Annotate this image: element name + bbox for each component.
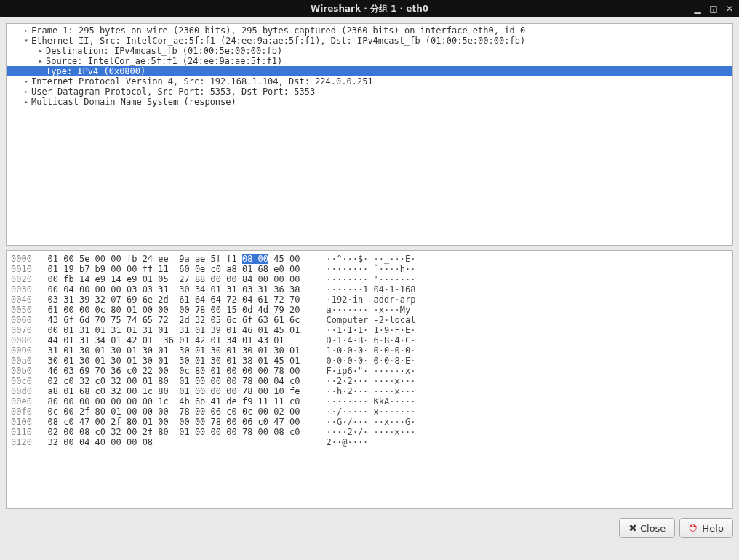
window-controls: ▁ ◱ ✕: [692, 0, 735, 17]
close-button-label: Close: [640, 523, 666, 534]
hex-offset: 0080: [11, 335, 32, 345]
hex-offset: 0030: [11, 284, 32, 295]
hex-row[interactable]: 00f0 0c 00 2f 80 01 00 00 00 78 00 06 c0…: [11, 407, 728, 417]
hex-bytes: 08 c0 47 00 2f 80 01 00 00 00 78 00 06 c…: [48, 417, 311, 427]
hex-row[interactable]: 0050 61 00 00 0c 80 01 00 00 00 78 00 15…: [11, 305, 728, 315]
hex-offset: 0050: [11, 305, 32, 315]
close-button[interactable]: ✖ Close: [619, 518, 675, 538]
tree-row-text: Ethernet II, Src: IntelCor_ae:5f:f1 (24:…: [31, 36, 525, 46]
tree-row[interactable]: ▸User Datagram Protocol, Src Port: 5353,…: [7, 87, 732, 97]
tree-row-text: Destination: IPv4mcast_fb (01:00:5e:00:0…: [46, 46, 282, 56]
expand-arrow-icon[interactable]: ▸: [36, 46, 46, 56]
hex-bytes: 00 01 31 01 31 01 31 01 31 01 39 01 46 0…: [48, 325, 311, 335]
hex-row[interactable]: 0040 03 31 39 32 07 69 6e 2d 61 64 64 72…: [11, 295, 728, 305]
hex-offset: 0100: [11, 417, 32, 427]
hex-row[interactable]: 0010 01 19 b7 b9 00 00 ff 11 60 0e c0 a8…: [11, 264, 728, 274]
hex-bytes: 61 00 00 0c 80 01 00 00 00 78 00 15 0d 4…: [48, 305, 311, 315]
hex-row[interactable]: 0070 00 01 31 01 31 01 31 01 31 01 39 01…: [11, 325, 728, 335]
hex-offset: 0020: [11, 274, 32, 284]
hex-offset: 0070: [11, 325, 32, 335]
hex-highlight: 08 00: [242, 254, 268, 264]
hex-ascii: F·ip6·"· ······x·: [327, 366, 416, 376]
hex-row[interactable]: 00a0 30 01 30 01 30 01 30 01 30 01 30 01…: [11, 356, 728, 366]
packet-bytes-hex[interactable]: 0000 01 00 5e 00 00 fb 24 ee 9a ae 5f f1…: [6, 250, 733, 509]
hex-ascii: ··1·1·1· 1·9·F·E·: [327, 325, 416, 335]
hex-offset: 0090: [11, 345, 32, 356]
hex-ascii: ··^···$· ··_···E·: [327, 254, 416, 264]
hex-ascii: 1·0·0·0· 0·0·0·0·: [327, 345, 416, 356]
packet-details-tree[interactable]: ▸Frame 1: 295 bytes on wire (2360 bits),…: [6, 23, 733, 246]
tree-row[interactable]: Type: IPv4 (0x0800): [7, 66, 732, 76]
tree-row[interactable]: ▾Ethernet II, Src: IntelCor_ae:5f:f1 (24…: [7, 36, 732, 46]
hex-row[interactable]: 00c0 02 c0 32 c0 32 00 01 80 01 00 00 00…: [11, 376, 728, 386]
hex-offset: 00f0: [11, 407, 32, 417]
expand-arrow-icon[interactable]: ▸: [21, 97, 31, 107]
hex-offset: 00b0: [11, 366, 32, 376]
hex-ascii: D·1·4·B· 6·B·4·C·: [327, 335, 416, 345]
window-title: Wireshark · 分组 1 · eth0: [311, 3, 428, 15]
hex-offset: 0000: [11, 254, 32, 264]
hex-bytes: 0c 00 2f 80 01 00 00 00 78 00 06 c0 0c 0…: [48, 407, 311, 417]
hex-ascii: ··G·/··· ··x···G·: [327, 417, 416, 427]
hex-row[interactable]: 0110 02 00 08 c0 32 00 2f 80 01 00 00 00…: [11, 427, 728, 437]
hex-bytes: 46 03 69 70 36 c0 22 00 0c 80 01 00 00 0…: [48, 366, 311, 376]
hex-row[interactable]: 00b0 46 03 69 70 36 c0 22 00 0c 80 01 00…: [11, 366, 728, 376]
hex-bytes: 00 04 00 00 00 03 03 31 30 34 01 31 03 3…: [48, 284, 311, 295]
expand-arrow-icon[interactable]: ▾: [21, 36, 31, 46]
tree-row[interactable]: ▸Destination: IPv4mcast_fb (01:00:5e:00:…: [7, 46, 732, 56]
hex-ascii: a······· ·x···My: [327, 305, 416, 315]
minimize-button[interactable]: ▁: [692, 4, 703, 14]
help-icon: ⛑: [689, 522, 699, 534]
hex-bytes: 02 c0 32 c0 32 00 01 80 01 00 00 00 78 0…: [48, 376, 311, 386]
tree-row-text: Multicast Domain Name System (response): [31, 97, 236, 107]
hex-offset: 0110: [11, 427, 32, 437]
expand-arrow-icon[interactable]: ▸: [36, 56, 46, 66]
hex-bytes: 44 01 31 34 01 42 01 36 01 42 01 34 01 4…: [48, 335, 311, 345]
button-bar: ✖ Close ⛑ Help: [6, 513, 733, 538]
tree-row-text: Internet Protocol Version 4, Src: 192.16…: [31, 76, 373, 87]
close-window-button[interactable]: ✕: [724, 4, 735, 14]
hex-bytes: 02 00 08 c0 32 00 2f 80 01 00 00 00 78 0…: [48, 427, 311, 437]
tree-row[interactable]: ▸Multicast Domain Name System (response): [7, 97, 732, 107]
expand-arrow-icon[interactable]: ▸: [21, 87, 31, 97]
hex-ascii: ····2·/· ····x···: [327, 427, 416, 437]
hex-ascii: ········ '·······: [327, 274, 416, 284]
hex-ascii: ··h·2··· ····x···: [327, 386, 416, 396]
help-button-label: Help: [702, 523, 724, 534]
tree-row[interactable]: ▸Internet Protocol Version 4, Src: 192.1…: [7, 76, 732, 87]
hex-ascii: 0·0·0·0· 0·0·8·E·: [327, 356, 416, 366]
hex-ascii: ·······1 04·1·168: [327, 284, 416, 295]
expand-arrow-icon[interactable]: ▸: [21, 76, 31, 87]
hex-bytes: 43 6f 6d 70 75 74 65 72 2d 32 05 6c 6f 6…: [48, 315, 311, 325]
maximize-button[interactable]: ◱: [708, 4, 719, 14]
hex-bytes: 01 00 5e 00 00 fb 24 ee 9a ae 5f f1 08 0…: [48, 254, 311, 264]
tree-row-text: User Datagram Protocol, Src Port: 5353, …: [31, 87, 315, 97]
tree-row[interactable]: ▸Frame 1: 295 bytes on wire (2360 bits),…: [7, 25, 732, 36]
titlebar: Wireshark · 分组 1 · eth0 ▁ ◱ ✕: [0, 0, 739, 17]
hex-bytes: a8 01 68 c0 32 00 1c 80 01 00 00 00 78 0…: [48, 386, 311, 396]
hex-bytes: 31 01 30 01 30 01 30 01 30 01 30 01 30 0…: [48, 345, 311, 356]
expand-arrow-icon[interactable]: ▸: [21, 25, 31, 36]
hex-row[interactable]: 0030 00 04 00 00 00 03 03 31 30 34 01 31…: [11, 284, 728, 295]
hex-row[interactable]: 00d0 a8 01 68 c0 32 00 1c 80 01 00 00 00…: [11, 386, 728, 396]
hex-offset: 0010: [11, 264, 32, 274]
hex-row[interactable]: 00e0 80 00 00 00 00 00 00 1c 4b 6b 41 de…: [11, 396, 728, 407]
hex-ascii: Computer -2·local: [327, 315, 416, 325]
hex-row[interactable]: 0080 44 01 31 34 01 42 01 36 01 42 01 34…: [11, 335, 728, 345]
help-button[interactable]: ⛑ Help: [679, 518, 733, 538]
hex-offset: 00c0: [11, 376, 32, 386]
hex-bytes: 32 00 04 40 00 00 08: [48, 437, 311, 447]
hex-row[interactable]: 0100 08 c0 47 00 2f 80 01 00 00 00 78 00…: [11, 417, 728, 427]
tree-row[interactable]: ▸Source: IntelCor_ae:5f:f1 (24:ee:9a:ae:…: [7, 56, 732, 66]
hex-row[interactable]: 0020 00 fb 14 e9 14 e9 01 05 27 88 00 00…: [11, 274, 728, 284]
hex-bytes: 30 01 30 01 30 01 30 01 30 01 30 01 38 0…: [48, 356, 311, 366]
close-icon: ✖: [628, 522, 637, 534]
hex-row[interactable]: 0000 01 00 5e 00 00 fb 24 ee 9a ae 5f f1…: [11, 254, 728, 264]
tree-row-text: Frame 1: 295 bytes on wire (2360 bits), …: [31, 25, 525, 36]
hex-offset: 0060: [11, 315, 32, 325]
hex-row[interactable]: 0120 32 00 04 40 00 00 08 2··@····: [11, 437, 728, 447]
hex-row[interactable]: 0060 43 6f 6d 70 75 74 65 72 2d 32 05 6c…: [11, 315, 728, 325]
hex-row[interactable]: 0090 31 01 30 01 30 01 30 01 30 01 30 01…: [11, 345, 728, 356]
hex-bytes: 03 31 39 32 07 69 6e 2d 61 64 64 72 04 6…: [48, 295, 311, 305]
hex-bytes: 01 19 b7 b9 00 00 ff 11 60 0e c0 a8 01 6…: [48, 264, 311, 274]
